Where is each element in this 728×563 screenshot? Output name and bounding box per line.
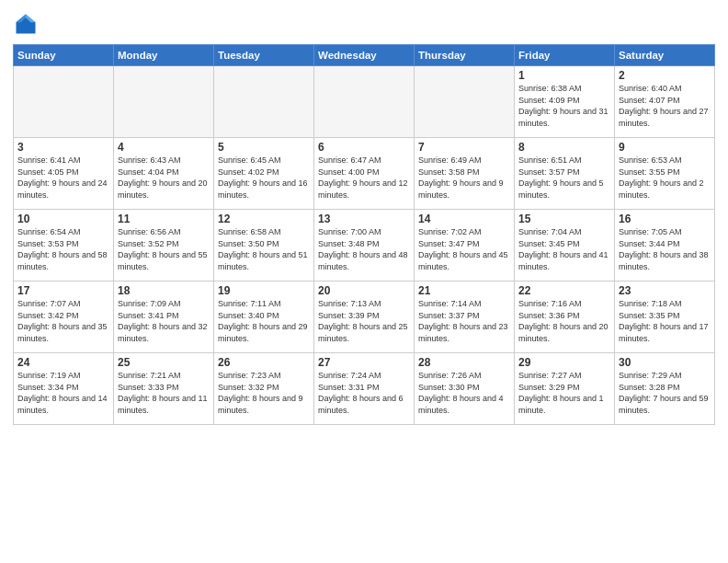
- day-info: Sunrise: 6:40 AM Sunset: 4:07 PM Dayligh…: [619, 83, 711, 129]
- day-cell: 9Sunrise: 6:53 AM Sunset: 3:55 PM Daylig…: [615, 138, 715, 210]
- day-cell: 29Sunrise: 7:27 AM Sunset: 3:29 PM Dayli…: [515, 353, 615, 425]
- day-number: 10: [17, 213, 109, 225]
- day-number: 18: [118, 284, 210, 297]
- day-cell: 28Sunrise: 7:26 AM Sunset: 3:30 PM Dayli…: [415, 353, 515, 425]
- day-number: 29: [518, 356, 610, 369]
- day-cell: 7Sunrise: 6:49 AM Sunset: 3:58 PM Daylig…: [415, 138, 515, 210]
- day-info: Sunrise: 7:18 AM Sunset: 3:35 PM Dayligh…: [619, 298, 711, 344]
- day-number: 9: [619, 141, 711, 154]
- week-row-1: 1Sunrise: 6:38 AM Sunset: 4:09 PM Daylig…: [14, 66, 715, 138]
- day-info: Sunrise: 7:02 AM Sunset: 3:47 PM Dayligh…: [418, 226, 510, 272]
- day-number: 26: [218, 356, 310, 369]
- day-number: 25: [118, 356, 210, 369]
- week-row-5: 24Sunrise: 7:19 AM Sunset: 3:34 PM Dayli…: [14, 353, 715, 425]
- day-info: Sunrise: 7:23 AM Sunset: 3:32 PM Dayligh…: [218, 370, 310, 416]
- day-number: 20: [318, 284, 410, 297]
- page: SundayMondayTuesdayWednesdayThursdayFrid…: [0, 0, 728, 563]
- day-number: 13: [318, 213, 410, 225]
- day-cell: 5Sunrise: 6:45 AM Sunset: 4:02 PM Daylig…: [214, 138, 314, 210]
- day-cell: [214, 66, 314, 138]
- day-cell: 30Sunrise: 7:29 AM Sunset: 3:28 PM Dayli…: [615, 353, 715, 425]
- day-cell: 6Sunrise: 6:47 AM Sunset: 4:00 PM Daylig…: [314, 138, 415, 210]
- day-cell: 13Sunrise: 7:00 AM Sunset: 3:48 PM Dayli…: [314, 210, 415, 282]
- day-cell: 12Sunrise: 6:58 AM Sunset: 3:50 PM Dayli…: [214, 210, 314, 282]
- day-number: 8: [518, 141, 610, 154]
- day-info: Sunrise: 6:56 AM Sunset: 3:52 PM Dayligh…: [118, 226, 210, 272]
- col-header-sunday: Sunday: [14, 45, 114, 66]
- day-cell: 4Sunrise: 6:43 AM Sunset: 4:04 PM Daylig…: [114, 138, 214, 210]
- day-info: Sunrise: 6:53 AM Sunset: 3:55 PM Dayligh…: [619, 155, 711, 201]
- day-cell: 1Sunrise: 6:38 AM Sunset: 4:09 PM Daylig…: [515, 66, 615, 138]
- day-info: Sunrise: 6:54 AM Sunset: 3:53 PM Dayligh…: [17, 226, 109, 272]
- day-cell: 3Sunrise: 6:41 AM Sunset: 4:05 PM Daylig…: [14, 138, 114, 210]
- day-cell: 18Sunrise: 7:09 AM Sunset: 3:41 PM Dayli…: [114, 282, 214, 353]
- day-cell: 17Sunrise: 7:07 AM Sunset: 3:42 PM Dayli…: [14, 282, 114, 353]
- day-info: Sunrise: 7:26 AM Sunset: 3:30 PM Dayligh…: [418, 370, 510, 416]
- day-cell: 26Sunrise: 7:23 AM Sunset: 3:32 PM Dayli…: [214, 353, 314, 425]
- day-cell: 10Sunrise: 6:54 AM Sunset: 3:53 PM Dayli…: [14, 210, 114, 282]
- day-info: Sunrise: 6:58 AM Sunset: 3:50 PM Dayligh…: [218, 226, 310, 272]
- day-info: Sunrise: 7:07 AM Sunset: 3:42 PM Dayligh…: [17, 298, 109, 344]
- week-row-4: 17Sunrise: 7:07 AM Sunset: 3:42 PM Dayli…: [14, 282, 715, 353]
- day-info: Sunrise: 7:27 AM Sunset: 3:29 PM Dayligh…: [518, 370, 610, 416]
- day-number: 3: [17, 141, 109, 154]
- logo-icon: [13, 11, 39, 37]
- day-cell: 8Sunrise: 6:51 AM Sunset: 3:57 PM Daylig…: [515, 138, 615, 210]
- day-info: Sunrise: 7:00 AM Sunset: 3:48 PM Dayligh…: [318, 226, 410, 272]
- logo: [13, 11, 42, 37]
- day-info: Sunrise: 7:19 AM Sunset: 3:34 PM Dayligh…: [17, 370, 109, 416]
- col-header-wednesday: Wednesday: [314, 45, 415, 66]
- day-number: 24: [17, 356, 109, 369]
- day-cell: 19Sunrise: 7:11 AM Sunset: 3:40 PM Dayli…: [214, 282, 314, 353]
- day-number: 30: [619, 356, 711, 369]
- day-number: 14: [418, 213, 510, 225]
- col-header-friday: Friday: [515, 45, 615, 66]
- day-cell: 14Sunrise: 7:02 AM Sunset: 3:47 PM Dayli…: [415, 210, 515, 282]
- col-header-monday: Monday: [114, 45, 214, 66]
- day-number: 21: [418, 284, 510, 297]
- col-header-tuesday: Tuesday: [214, 45, 314, 66]
- day-info: Sunrise: 6:49 AM Sunset: 3:58 PM Dayligh…: [418, 155, 510, 201]
- header: [13, 11, 715, 37]
- day-info: Sunrise: 6:47 AM Sunset: 4:00 PM Dayligh…: [318, 155, 410, 201]
- day-number: 6: [318, 141, 410, 154]
- col-header-saturday: Saturday: [615, 45, 715, 66]
- day-info: Sunrise: 7:04 AM Sunset: 3:45 PM Dayligh…: [518, 226, 610, 272]
- day-number: 22: [518, 284, 610, 297]
- day-cell: 25Sunrise: 7:21 AM Sunset: 3:33 PM Dayli…: [114, 353, 214, 425]
- day-info: Sunrise: 7:29 AM Sunset: 3:28 PM Dayligh…: [619, 370, 711, 416]
- day-cell: 21Sunrise: 7:14 AM Sunset: 3:37 PM Dayli…: [415, 282, 515, 353]
- day-info: Sunrise: 7:11 AM Sunset: 3:40 PM Dayligh…: [218, 298, 310, 344]
- day-number: 4: [118, 141, 210, 154]
- header-row: SundayMondayTuesdayWednesdayThursdayFrid…: [14, 45, 715, 66]
- day-number: 7: [418, 141, 510, 154]
- day-number: 27: [318, 356, 410, 369]
- day-number: 17: [17, 284, 109, 297]
- day-number: 23: [619, 284, 711, 297]
- day-cell: [415, 66, 515, 138]
- day-info: Sunrise: 6:43 AM Sunset: 4:04 PM Dayligh…: [118, 155, 210, 201]
- day-cell: [114, 66, 214, 138]
- day-cell: 23Sunrise: 7:18 AM Sunset: 3:35 PM Dayli…: [615, 282, 715, 353]
- day-number: 19: [218, 284, 310, 297]
- day-number: 1: [518, 69, 610, 82]
- day-cell: [14, 66, 114, 138]
- day-number: 15: [518, 213, 610, 225]
- day-number: 2: [619, 69, 711, 82]
- col-header-thursday: Thursday: [415, 45, 515, 66]
- calendar-table: SundayMondayTuesdayWednesdayThursdayFrid…: [13, 44, 715, 425]
- day-info: Sunrise: 6:45 AM Sunset: 4:02 PM Dayligh…: [218, 155, 310, 201]
- day-cell: 22Sunrise: 7:16 AM Sunset: 3:36 PM Dayli…: [515, 282, 615, 353]
- day-info: Sunrise: 6:51 AM Sunset: 3:57 PM Dayligh…: [518, 155, 610, 201]
- day-info: Sunrise: 7:13 AM Sunset: 3:39 PM Dayligh…: [318, 298, 410, 344]
- day-cell: 16Sunrise: 7:05 AM Sunset: 3:44 PM Dayli…: [615, 210, 715, 282]
- day-info: Sunrise: 7:14 AM Sunset: 3:37 PM Dayligh…: [418, 298, 510, 344]
- day-info: Sunrise: 7:09 AM Sunset: 3:41 PM Dayligh…: [118, 298, 210, 344]
- day-cell: 27Sunrise: 7:24 AM Sunset: 3:31 PM Dayli…: [314, 353, 415, 425]
- week-row-3: 10Sunrise: 6:54 AM Sunset: 3:53 PM Dayli…: [14, 210, 715, 282]
- day-number: 28: [418, 356, 510, 369]
- day-cell: 15Sunrise: 7:04 AM Sunset: 3:45 PM Dayli…: [515, 210, 615, 282]
- week-row-2: 3Sunrise: 6:41 AM Sunset: 4:05 PM Daylig…: [14, 138, 715, 210]
- day-info: Sunrise: 6:38 AM Sunset: 4:09 PM Dayligh…: [518, 83, 610, 129]
- day-cell: 11Sunrise: 6:56 AM Sunset: 3:52 PM Dayli…: [114, 210, 214, 282]
